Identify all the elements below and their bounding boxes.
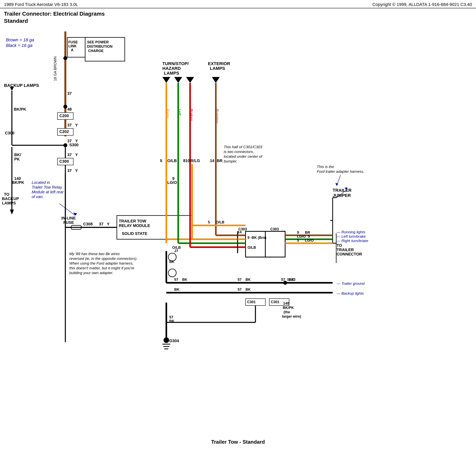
olb-label-3: O/LB xyxy=(248,246,256,250)
my89-note3: When using the Ford adapter harness, xyxy=(69,261,133,265)
wiring-diagram: Brown = 18 ga Black = 16 ga FUSE LINK A … xyxy=(0,25,476,451)
header-bar: 1989 Ford Truck Aerostar V6-183 3.0L Cop… xyxy=(0,0,476,8)
g304-circle xyxy=(164,338,169,343)
top-connector xyxy=(63,56,67,60)
relay-label1: TRAILER TOW xyxy=(119,219,146,223)
c308-label: C308 xyxy=(83,222,93,226)
to-trailer-label1: TO xyxy=(336,243,342,248)
running-triangle xyxy=(212,77,220,83)
label-140-the: (the xyxy=(284,310,290,314)
turn-stop-label1: TURN/STOP/ xyxy=(162,61,189,66)
s323-dot xyxy=(283,281,287,285)
legend-brown: Brown = 18 ga xyxy=(6,38,34,42)
ga-brown-label: 18 GA BROWN xyxy=(53,56,57,81)
title-line2: Standard xyxy=(4,18,28,24)
lgo-label-1: LG/O xyxy=(167,180,177,185)
running-lights-label: — Running lights xyxy=(336,230,365,234)
see-power-2: DISTRIBUTION xyxy=(87,44,113,49)
to-backup-label3: LAMPS xyxy=(2,201,16,205)
trailer-ground-label: — Trailer ground xyxy=(336,282,365,286)
olb-out-label: O/LB xyxy=(216,220,224,224)
to-backup-label2: BACKUP xyxy=(2,196,19,201)
y-label-4: Y xyxy=(75,169,78,173)
exterior-lamps-label1: EXTERIOR xyxy=(208,61,230,66)
br-label: BR xyxy=(217,158,222,163)
ford-adapter-note2: Ford trailer adapter harness. xyxy=(317,169,364,174)
note-arrow1-head xyxy=(73,213,77,215)
g304-label: G304 xyxy=(169,338,179,343)
bkpk-mid: BK/ xyxy=(14,153,21,157)
label-140-bkpk2: BK/PK xyxy=(283,306,294,310)
to-backup-label1: TO xyxy=(4,192,9,196)
br-label-r: BR xyxy=(305,231,310,234)
diagram-container: Brown = 18 ga Black = 16 ga FUSE LINK A … xyxy=(0,25,476,451)
turn-stop-label2: HAZARD xyxy=(162,66,181,71)
fuse-link-label2: LINK xyxy=(68,44,77,48)
label-140-bkpk1: 140 xyxy=(283,301,289,305)
c303-label-1: C303 xyxy=(238,227,247,231)
left-turn-label: — Left turn/brake xyxy=(336,234,366,238)
label-37-4: 37 xyxy=(67,153,72,157)
title-line1: Trailer Connector: Electrical Diagrams xyxy=(4,11,105,17)
turn-stop-label3: LAMPS xyxy=(164,71,179,75)
to-trailer-label2: TRAILER xyxy=(336,248,354,252)
header-left: 1989 Ford Truck Aerostar V6-183 3.0L xyxy=(4,2,78,7)
located-note4: of van. xyxy=(32,194,44,199)
c301-label-1: C301 xyxy=(247,300,256,304)
bk-label-r: BK xyxy=(289,278,294,282)
page-title: Trailer Connector: Electrical Diagrams S… xyxy=(0,8,476,25)
c300-left-label: C300 xyxy=(5,131,14,135)
ford-adapter-note1: This is the xyxy=(317,165,334,169)
trailer-jumper-label1: TRAILER xyxy=(333,188,351,193)
connector-dot-1 xyxy=(63,105,67,109)
my89-note2: reversed (ie, in the opposite connectors… xyxy=(69,257,137,261)
c303-label-2: C303 xyxy=(270,227,279,231)
relay-label2: RELAY MODULE xyxy=(119,223,150,228)
bk-brn-label: 9 -BK (Brn) xyxy=(248,236,266,240)
j7-label: J7 xyxy=(174,249,178,253)
loop-2 xyxy=(168,269,176,277)
bk-label-4: BK xyxy=(246,288,251,292)
lgo-label-r: LG/O xyxy=(305,238,314,242)
inline-fuse-label2: FUSE xyxy=(63,220,74,225)
left-wire-label: Left xyxy=(178,109,182,116)
right-triangle xyxy=(162,77,170,83)
bk-label-3: BK xyxy=(174,288,179,292)
label-37-2: 37 xyxy=(67,123,72,127)
bkpk-bot: BK/PK xyxy=(12,180,24,185)
label-5-green: 5 xyxy=(308,234,310,238)
y-relay: Y xyxy=(107,222,110,226)
label-57-mid: 57 xyxy=(238,278,241,282)
backup-arrow-down xyxy=(10,210,14,214)
label-48: 48 xyxy=(67,107,72,111)
c301c303-note4: bumper. xyxy=(224,159,237,163)
c300-mid-label: C300 xyxy=(59,159,69,163)
olb-label-1: O/LB xyxy=(167,158,177,163)
exterior-lamps-label2: LAMPS xyxy=(210,66,225,71)
label-9-1: 9 xyxy=(172,176,174,181)
label-37-3: 37 xyxy=(67,139,72,143)
right-turn-label: — Right turn/brake xyxy=(336,239,368,243)
located-note3: Module at left rear xyxy=(32,190,64,194)
fuse-link-label: FUSE xyxy=(68,40,78,44)
s300-label: S300 xyxy=(69,143,79,147)
backup-lights-label: — Backup lights xyxy=(336,291,364,295)
header-right: Copyright © 1999, ALLDATA 1-916-684-9021… xyxy=(372,2,472,7)
label-810: 810 xyxy=(183,158,190,163)
bkpk-mid2: PK xyxy=(14,157,20,161)
label-5-orange: 5 xyxy=(297,238,299,242)
label-5-1: 5 xyxy=(160,158,162,163)
c301c303-note3: located under center of xyxy=(224,154,263,158)
label-57-1: 57 xyxy=(174,278,178,282)
label-140: 140 xyxy=(14,176,21,181)
c200-label: C200 xyxy=(59,113,69,118)
c301c303-note1: This half of C301/C303 xyxy=(224,145,262,149)
brakes-triangle xyxy=(186,77,194,83)
y-label-2: Y xyxy=(75,139,78,143)
label-5-out: 5 xyxy=(208,220,210,224)
c301c303-note2: is two connectors, xyxy=(224,150,254,154)
right-wire-label: Right xyxy=(165,109,170,118)
c202-label: C202 xyxy=(59,129,69,134)
note-arrow1 xyxy=(59,204,75,215)
see-power-3: CHARGE xyxy=(88,49,104,53)
